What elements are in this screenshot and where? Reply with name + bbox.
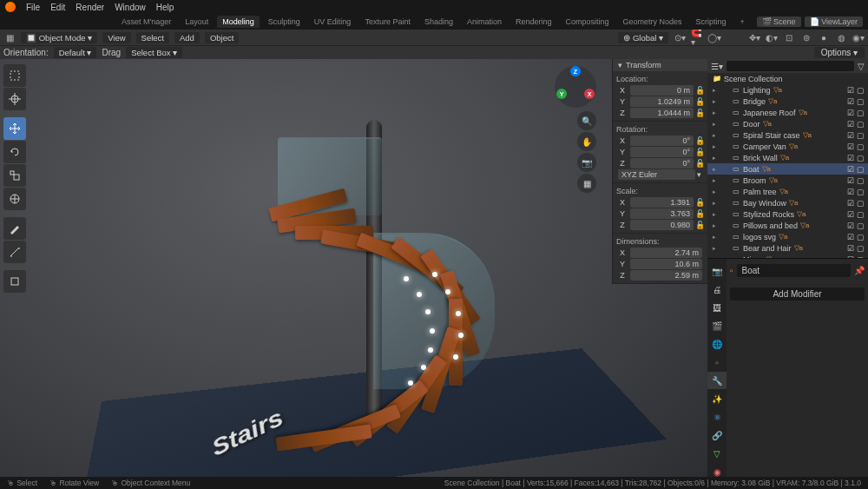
render-icon[interactable]: ▢ <box>857 221 865 230</box>
scale-x[interactable]: 1.391 <box>630 197 694 208</box>
render-icon[interactable]: ▢ <box>857 142 865 151</box>
ws-compositing[interactable]: Compositing <box>561 16 615 28</box>
camera-view-icon[interactable]: 📷 <box>577 153 596 172</box>
render-icon[interactable]: ▢ <box>857 97 865 106</box>
options-button[interactable]: Options ▾ <box>814 47 865 58</box>
scale-z[interactable]: 0.980 <box>630 220 694 230</box>
lock-icon[interactable]: 🔓 <box>695 198 704 207</box>
outliner-item[interactable]: ▸▭Boat▽a☑▢ <box>707 163 868 175</box>
menu-edit[interactable]: Edit <box>50 3 65 12</box>
render-icon[interactable]: ▢ <box>857 86 865 95</box>
disclosure-icon[interactable]: ▸ <box>713 87 720 94</box>
add-modifier-button[interactable]: Add Modifier <box>730 287 865 301</box>
outliner-type-icon[interactable]: ☰▾ <box>711 62 723 71</box>
props-tab-world[interactable]: 🌐 <box>707 335 727 353</box>
lock-icon[interactable]: 🔓 <box>695 97 704 106</box>
lock-icon[interactable]: 🔓 <box>695 109 704 117</box>
outliner-item[interactable]: ▸▭logos svg▽a☑▢ <box>707 231 868 242</box>
loc-x[interactable]: 0 m <box>630 85 694 96</box>
render-icon[interactable]: ▢ <box>857 244 865 253</box>
proportional-icon[interactable]: ◯▾ <box>708 31 720 43</box>
select-mode[interactable]: Select Box ▾ <box>126 47 182 58</box>
outliner-item[interactable]: ▸▭Bridge▽a☑▢ <box>707 96 868 107</box>
visibility-icon[interactable]: ☑ <box>847 210 854 219</box>
loc-y[interactable]: 1.0249 m <box>630 96 694 107</box>
shading-solid-icon[interactable]: ● <box>818 31 830 43</box>
render-icon[interactable]: ▢ <box>857 233 865 241</box>
render-icon[interactable]: ▢ <box>857 109 865 117</box>
pivot-icon[interactable]: ⊙▾ <box>674 31 686 43</box>
visibility-icon[interactable]: ☑ <box>847 165 854 174</box>
navigation-gizmo[interactable]: Z X Y <box>555 66 596 108</box>
cursor-tool[interactable] <box>3 88 26 110</box>
ws-layout[interactable]: Layout <box>180 16 214 28</box>
render-icon[interactable]: ▢ <box>857 131 865 140</box>
outliner-item[interactable]: ▸▭Lighting▽a☑▢ <box>707 84 868 96</box>
axis-z[interactable]: Z <box>570 66 581 76</box>
visibility-icon[interactable]: ☑ <box>847 199 854 208</box>
visibility-icon[interactable]: ☑ <box>847 233 854 241</box>
orientation-value[interactable]: Default ▾ <box>54 47 97 58</box>
ws-geo-nodes[interactable]: Geometry Nodes <box>618 16 687 28</box>
ws-add[interactable]: + <box>735 16 750 28</box>
scale-tool[interactable] <box>3 164 26 187</box>
visibility-icon[interactable]: ☑ <box>847 97 854 106</box>
outliner-item[interactable]: ▸▭Bay Window▽a☑▢ <box>707 197 868 208</box>
object-name-field[interactable]: Boat <box>737 264 851 277</box>
visibility-icon[interactable]: ☑ <box>847 221 854 230</box>
ws-shading[interactable]: Shading <box>419 16 458 28</box>
xray-icon[interactable]: ⊡ <box>783 31 795 43</box>
ws-animation[interactable]: Animation <box>462 16 507 28</box>
menu-render[interactable]: Render <box>76 3 104 12</box>
zoom-icon[interactable]: 🔍 <box>577 111 596 130</box>
ws-modeling[interactable]: Modeling <box>217 16 260 28</box>
visibility-icon[interactable]: ☑ <box>847 154 854 162</box>
pan-icon[interactable]: ✋ <box>577 132 596 151</box>
props-tab-output[interactable]: 🖨 <box>707 281 727 298</box>
add-cube-tool[interactable] <box>3 270 26 293</box>
lock-icon[interactable]: 🔓 <box>695 221 704 229</box>
props-tab-viewlayer[interactable]: 🖼 <box>707 299 727 316</box>
3d-viewport[interactable]: Stairs Z X Y 🔍 ✋ 📷 ▦ ▾ Transform Locatio… <box>0 59 707 489</box>
disclosure-icon[interactable]: ▸ <box>713 177 720 184</box>
props-tab-modifiers[interactable]: 🔧 <box>707 372 727 389</box>
editor-type-icon[interactable]: ▦ <box>3 31 16 43</box>
disclosure-icon[interactable]: ▸ <box>713 211 720 218</box>
select-box-tool[interactable] <box>3 64 26 87</box>
disclosure-icon[interactable]: ▸ <box>713 166 720 173</box>
props-tab-particles[interactable]: ✨ <box>707 390 727 407</box>
disclosure-icon[interactable]: ▸ <box>713 121 720 128</box>
visibility-icon[interactable]: ☑ <box>847 131 854 140</box>
disclosure-icon[interactable]: ▸ <box>713 188 720 195</box>
render-icon[interactable]: ▢ <box>857 199 865 208</box>
ws-uv[interactable]: UV Editing <box>309 16 357 28</box>
dim-y[interactable]: 10.6 m <box>630 259 702 269</box>
dim-x[interactable]: 2.74 m <box>630 248 702 258</box>
shading-rendered-icon[interactable]: ◉▾ <box>852 31 865 43</box>
lock-icon[interactable]: 🔓 <box>695 136 704 145</box>
outliner-item[interactable]: ▸▭Pillows and bed▽a☑▢ <box>707 220 868 231</box>
outliner-item[interactable]: ▸▭Stylized Rocks▽a☑▢ <box>707 208 868 220</box>
disclosure-icon[interactable]: ▸ <box>713 109 720 116</box>
props-tab-render[interactable]: 📷 <box>707 262 727 280</box>
menu-help[interactable]: Help <box>156 3 174 12</box>
lock-icon[interactable]: 🔓 <box>695 159 704 168</box>
ws-sculpting[interactable]: Sculpting <box>263 16 306 28</box>
visibility-icon[interactable]: ☑ <box>847 109 854 117</box>
disclosure-icon[interactable]: ▸ <box>713 222 720 229</box>
render-icon[interactable]: ▢ <box>857 154 865 162</box>
props-tab-data[interactable]: ▽ <box>707 445 727 462</box>
render-icon[interactable]: ▢ <box>857 176 865 185</box>
lock-icon[interactable]: 🔓 <box>695 148 704 156</box>
visibility-icon[interactable]: ☑ <box>847 176 854 185</box>
annotate-tool[interactable] <box>3 217 26 240</box>
outliner-item[interactable]: ▸▭Brick Wall▽a☑▢ <box>707 152 868 163</box>
axis-y[interactable]: Y <box>556 89 567 99</box>
disclosure-icon[interactable]: ▸ <box>713 234 720 241</box>
perspective-icon[interactable]: ▦ <box>577 174 596 193</box>
ws-asset-manager[interactable]: Asset M'nager <box>116 16 176 28</box>
props-tab-physics[interactable]: ⚛ <box>707 408 727 426</box>
outliner-item[interactable]: ▸▭Japanese Roof▽a☑▢ <box>707 107 868 118</box>
disclosure-icon[interactable]: ▸ <box>713 143 720 150</box>
gizmo-toggle-icon[interactable]: ✥▾ <box>748 31 760 43</box>
